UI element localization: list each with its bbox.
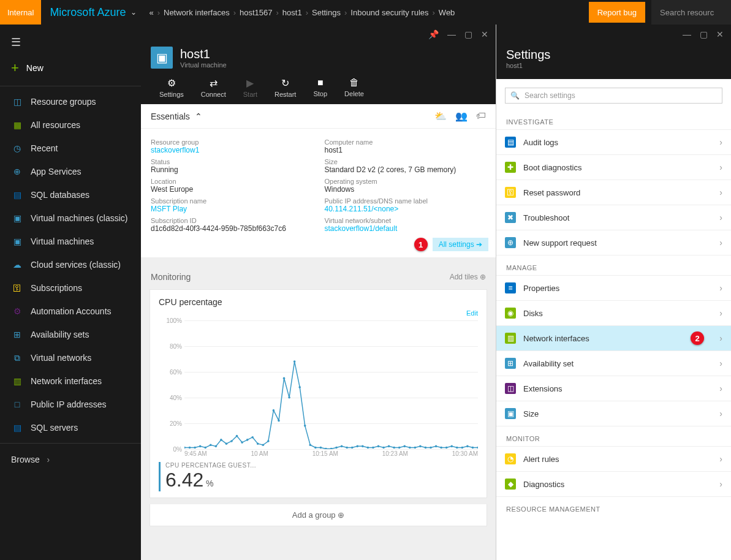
toolbar-button-delete[interactable]: 🗑Delete	[336, 77, 373, 98]
y-tick: 60%	[159, 369, 182, 376]
sidebar-item-label: Automation Accounts	[31, 306, 112, 316]
minimize-icon[interactable]: —	[683, 29, 691, 39]
settings-item[interactable]: ⚿Reset password›	[496, 180, 731, 205]
sidebar-item-icon: ▣	[11, 235, 23, 248]
settings-item[interactable]: ◫Extensions›	[496, 376, 731, 401]
search-icon: 🔍	[510, 91, 520, 100]
cpu-chart-tile[interactable]: CPU percentage Edit 0%20%40%60%80%100% 9…	[150, 289, 487, 498]
search-resources-input[interactable]: Search resourc	[651, 0, 731, 25]
breadcrumb-item[interactable]: Inbound security rules	[350, 8, 428, 17]
settings-item[interactable]: ▣Size›	[496, 401, 731, 426]
sidebar-item[interactable]: ▣Virtual machines	[0, 230, 141, 253]
breadcrumb-item[interactable]: Settings	[312, 8, 341, 17]
settings-item[interactable]: ⊞Availability set›	[496, 351, 731, 376]
sidebar-item[interactable]: □Public IP addresses	[0, 393, 141, 416]
chart-edit-link[interactable]: Edit	[159, 309, 478, 317]
close-icon[interactable]: ✕	[716, 29, 724, 39]
settings-item[interactable]: ◆Diagnostics›	[496, 472, 731, 497]
chevron-right-icon: ›	[719, 409, 722, 418]
tag-icon[interactable]: 🏷	[476, 110, 486, 122]
svg-point-17	[273, 409, 275, 412]
sidebar-item-icon: ▤	[11, 422, 23, 434]
breadcrumb-item[interactable]: host1567	[240, 8, 273, 17]
settings-item[interactable]: ◉Disks›	[496, 301, 731, 326]
sidebar: ☰ + New ◫Resource groups▦All resources◷R…	[0, 25, 141, 560]
settings-item[interactable]: ⊕New support request›	[496, 230, 731, 255]
essentials-value[interactable]: stackoverflow1	[151, 146, 312, 154]
minimize-icon[interactable]: —	[447, 29, 456, 39]
sidebar-item[interactable]: ▦All resources	[0, 113, 141, 137]
breadcrumb-item[interactable]: host1	[282, 8, 302, 17]
svg-point-39	[388, 445, 390, 448]
restore-icon[interactable]: ▢	[700, 29, 708, 39]
breadcrumb-item[interactable]: Network interfaces	[164, 8, 230, 17]
svg-point-52	[456, 447, 458, 449]
browse-link[interactable]: Browse ›	[0, 447, 141, 472]
sidebar-item[interactable]: ▥Network interfaces	[0, 369, 141, 393]
essentials-value[interactable]: 40.114.211.51/<none>	[325, 205, 487, 213]
current-value: 6.42	[165, 469, 203, 491]
close-icon[interactable]: ✕	[481, 29, 488, 39]
current-value-label: CPU PERCENTAGE GUEST...	[165, 462, 256, 469]
essentials-label: Public IP address/DNS name label	[325, 197, 487, 205]
svg-point-15	[262, 444, 265, 446]
settings-item[interactable]: ✖Troubleshoot›	[496, 205, 731, 230]
settings-item-icon: ⊞	[505, 358, 516, 369]
new-button[interactable]: + New	[0, 54, 141, 82]
add-tiles-button[interactable]: Add tiles ⊕	[450, 273, 486, 281]
report-bug-button[interactable]: Report bug	[589, 2, 645, 23]
essentials-header[interactable]: Essentials ⌃ ⛅ 👥 🏷	[141, 104, 496, 129]
svg-point-49	[440, 447, 442, 449]
sidebar-item[interactable]: ⚿Subscriptions	[0, 276, 141, 300]
settings-item[interactable]: ◔Alert rules›	[496, 447, 731, 472]
hamburger-icon[interactable]: ☰	[0, 31, 141, 54]
svg-point-2	[194, 447, 196, 449]
users-icon[interactable]: 👥	[455, 110, 468, 122]
x-tick: 10:15 AM	[312, 450, 338, 457]
toolbar-button-stop[interactable]: ■Stop	[305, 77, 336, 98]
cloud-icon[interactable]: ⛅	[434, 110, 447, 122]
settings-item[interactable]: ▥Network interfaces2›	[496, 326, 731, 351]
sidebar-item[interactable]: ◫Resource groups	[0, 90, 141, 113]
toolbar-button-settings[interactable]: ⚙Settings	[151, 77, 192, 98]
add-group-button[interactable]: Add a group ⊕	[150, 504, 487, 526]
svg-point-9	[230, 440, 233, 442]
breadcrumb-item[interactable]: Web	[439, 8, 455, 17]
essentials-value[interactable]: stackoverflow1/default	[325, 224, 487, 233]
sidebar-item[interactable]: ▤SQL servers	[0, 416, 141, 439]
restore-icon[interactable]: ▢	[464, 29, 472, 39]
sidebar-item[interactable]: ☁Cloud services (classic)	[0, 253, 141, 276]
section-header: INVESTIGATE	[496, 110, 731, 129]
sidebar-item[interactable]: ⧉Virtual networks	[0, 346, 141, 369]
sidebar-item[interactable]: ⊞Availability sets	[0, 323, 141, 346]
settings-item[interactable]: ✚Boot diagnostics›	[496, 155, 731, 180]
vm-icon: ▣	[151, 47, 173, 69]
settings-item[interactable]: ▤Audit logs›	[496, 130, 731, 155]
breadcrumb-item[interactable]: «	[149, 8, 153, 17]
svg-point-38	[382, 447, 385, 449]
sidebar-item[interactable]: ▣Virtual machines (classic)	[0, 206, 141, 230]
sidebar-item[interactable]: ⊕App Services	[0, 160, 141, 183]
sidebar-item[interactable]: ▤SQL databases	[0, 183, 141, 206]
chevron-right-icon: ›	[276, 8, 279, 17]
chevron-right-icon: ›	[306, 8, 308, 17]
settings-item[interactable]: ≡Properties›	[496, 276, 731, 301]
svg-point-40	[393, 447, 395, 449]
toolbar-button-connect[interactable]: ⇄Connect	[192, 77, 235, 98]
sidebar-item-label: SQL servers	[31, 423, 78, 433]
essentials-value[interactable]: MSFT Play	[151, 205, 312, 213]
all-settings-link[interactable]: All settings ➔	[433, 238, 488, 251]
x-tick: 10 AM	[251, 450, 268, 457]
settings-item-label: Disks	[523, 309, 543, 318]
brand[interactable]: Microsoft Azure ⌄	[41, 6, 145, 19]
sidebar-item[interactable]: ⚙Automation Accounts	[0, 300, 141, 323]
chevron-right-icon: ›	[719, 308, 722, 318]
svg-point-51	[450, 445, 453, 448]
chart-title: CPU percentage	[159, 297, 478, 307]
sidebar-item-icon: ▦	[11, 119, 23, 131]
svg-point-22	[298, 386, 301, 388]
toolbar-button-restart[interactable]: ↻Restart	[266, 77, 305, 98]
search-settings-input[interactable]: 🔍 Search settings	[505, 88, 722, 104]
sidebar-item[interactable]: ◷Recent	[0, 137, 141, 160]
pin-icon[interactable]: 📌	[428, 29, 439, 39]
